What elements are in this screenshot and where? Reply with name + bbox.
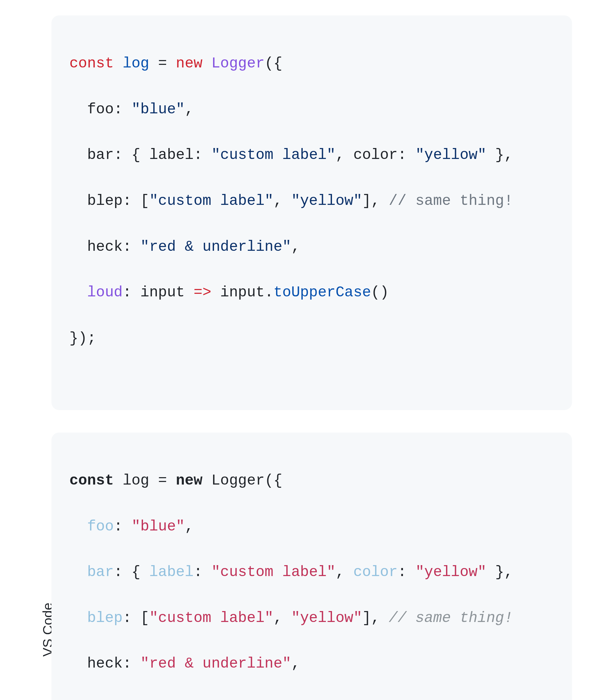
kw-const: const — [69, 472, 114, 489]
kw-new: new — [176, 55, 202, 72]
comment: // same thing! — [389, 193, 513, 209]
code-line: bar: { label: "custom label", color: "ye… — [69, 144, 554, 167]
sample-vscode: VS Code const log = new Logger({ foo: "b… — [51, 432, 599, 700]
kw-const: const — [69, 55, 114, 72]
code-line: heck: "red & underline", — [69, 236, 554, 258]
prop-blep: blep — [87, 193, 122, 209]
string: "blue" — [131, 518, 185, 535]
prop-heck: heck — [87, 239, 122, 255]
comment: // same thing! — [389, 610, 513, 626]
code-line: bar: { label: "custom label", color: "ye… — [69, 561, 554, 584]
code-line: foo: "blue", — [69, 98, 554, 121]
string: "red & underline" — [140, 655, 291, 672]
code-block: const log = new Logger({ foo: "blue", ba… — [51, 16, 572, 410]
code-line: heck: "red & underline", — [69, 652, 554, 675]
string: "red & underline" — [140, 239, 291, 255]
code-line: loud: input => input.toUpperCase() — [69, 281, 554, 304]
arrow: => — [185, 284, 220, 301]
prop-foo: foo — [87, 518, 114, 535]
prop-bar: bar — [87, 564, 114, 580]
prop-color: color — [353, 564, 398, 580]
var-log: log — [123, 55, 149, 72]
fn-toUpperCase: toUpperCase — [273, 284, 371, 301]
code-block: const log = new Logger({ foo: "blue", ba… — [51, 432, 572, 700]
string: "blue" — [131, 101, 185, 118]
string: "custom label" — [212, 147, 335, 164]
code-line: loud: input => input.toUpperCase() — [69, 698, 554, 700]
code-line: const log = new Logger({ — [69, 52, 554, 75]
class-logger: Logger — [212, 55, 265, 72]
var-log: log — [123, 472, 149, 489]
prop-bar: bar — [87, 147, 114, 164]
code-line: foo: "blue", — [69, 515, 554, 538]
code-line: blep: ["custom label", "yellow"], // sam… — [69, 607, 554, 630]
prop-loud: loud — [87, 284, 122, 301]
string: "yellow" — [291, 610, 362, 626]
kw-new: new — [176, 472, 202, 489]
string: "custom label" — [149, 610, 273, 626]
string: "yellow" — [291, 193, 362, 209]
prop-blep: blep — [87, 610, 122, 626]
code-line: const log = new Logger({ — [69, 470, 554, 492]
code-line: blep: ["custom label", "yellow"], // sam… — [69, 190, 554, 212]
comparison-page: GitHub Original const log = new Logger({… — [0, 0, 599, 700]
string: "custom label" — [149, 193, 273, 209]
string: "custom label" — [212, 564, 335, 580]
class-logger: Logger — [212, 472, 265, 489]
string: "yellow" — [415, 147, 486, 164]
prop-label: label — [149, 564, 193, 580]
prop-heck: heck — [87, 655, 122, 672]
prop-color: color — [353, 147, 398, 164]
string: "yellow" — [415, 564, 486, 580]
prop-label: label — [149, 147, 193, 164]
sample-github-original: GitHub Original const log = new Logger({… — [51, 16, 599, 410]
code-line: }); — [69, 327, 554, 350]
prop-foo: foo — [87, 101, 114, 118]
